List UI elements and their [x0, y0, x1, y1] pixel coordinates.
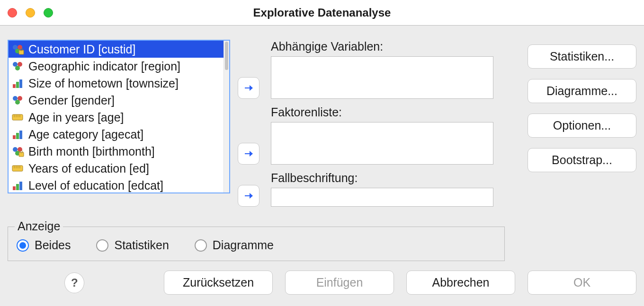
display-radio-plots[interactable]: Diagramme [195, 238, 274, 252]
svg-rect-10 [19, 79, 22, 88]
variable-item[interactable]: Customer ID [custid] [9, 41, 224, 58]
variable-type-icon [11, 95, 25, 106]
dependent-label: Abhängige Variablen: [271, 40, 493, 53]
variable-label: Gender [gender] [28, 94, 115, 107]
svg-rect-34 [19, 182, 22, 190]
factor-list[interactable] [271, 122, 493, 165]
display-radio-stats[interactable]: Statistiken [96, 238, 169, 252]
arrow-right-icon [243, 148, 254, 159]
variable-label: Age category [agecat] [28, 128, 143, 141]
bootstrap-button[interactable]: Bootstrap... [528, 148, 636, 172]
svg-rect-20 [16, 133, 19, 139]
plots-button[interactable]: Diagramme... [528, 79, 636, 103]
svg-rect-8 [13, 84, 16, 88]
caselabel-label: Fallbeschriftung: [271, 171, 493, 185]
svg-rect-21 [19, 131, 22, 139]
display-group-title: Anzeige [15, 219, 63, 233]
svg-point-7 [15, 66, 20, 70]
variable-type-icon [11, 112, 25, 123]
paste-button[interactable]: Einfügen [285, 271, 394, 295]
variable-type-icon [11, 180, 25, 191]
scrollbar[interactable] [224, 41, 229, 192]
dialog-body: Customer ID [custid]Geographic indicator… [0, 26, 644, 306]
variable-label: Geographic indicator [region] [28, 60, 180, 73]
dependent-list[interactable] [271, 56, 493, 99]
variable-item[interactable]: Geographic indicator [region] [9, 58, 224, 75]
variable-item[interactable]: Birth month [birthmonth] [9, 143, 224, 160]
variable-item[interactable]: Age in years [age] [9, 109, 224, 126]
variable-type-icon [11, 146, 25, 157]
options-button[interactable]: Optionen... [528, 114, 636, 138]
radio-icon [17, 239, 29, 252]
display-group: Anzeige Beides Statistiken Diagramme [8, 227, 505, 261]
arrow-right-icon [243, 82, 254, 94]
transfer-column: Abhängige Variablen: Faktorenliste: [238, 40, 493, 218]
radio-icon [96, 239, 108, 252]
svg-rect-9 [16, 82, 19, 88]
variable-type-icon [11, 61, 25, 72]
help-button[interactable]: ? [64, 272, 84, 293]
svg-rect-19 [13, 135, 16, 139]
radio-icon [195, 239, 207, 252]
svg-rect-33 [16, 184, 19, 190]
variable-label: Years of education [ed] [28, 162, 149, 175]
statistics-button[interactable]: Statistiken... [528, 44, 636, 69]
variable-label: Customer ID [custid] [28, 43, 135, 56]
variable-item[interactable]: Level of education [edcat] [9, 177, 224, 192]
variable-source-list[interactable]: Customer ID [custid]Geographic indicator… [8, 40, 230, 193]
reset-button[interactable]: Zurücksetzen [164, 271, 273, 295]
cancel-button[interactable]: Abbrechen [406, 271, 515, 295]
radio-label: Statistiken [114, 238, 169, 252]
svg-rect-32 [13, 186, 16, 190]
svg-point-13 [15, 100, 20, 105]
variable-type-icon [11, 163, 25, 174]
variable-label: Birth month [birthmonth] [28, 145, 155, 158]
scrollbar-thumb[interactable] [225, 42, 228, 70]
display-radio-both[interactable]: Beides [17, 238, 71, 252]
radio-label: Beides [35, 238, 71, 252]
variable-type-icon [11, 44, 25, 55]
caselabel-field[interactable] [271, 188, 493, 207]
variable-item[interactable]: Age category [agecat] [9, 126, 224, 143]
titlebar: Explorative Datenanalyse [0, 0, 644, 26]
radio-label: Diagramme [213, 238, 274, 252]
window-title: Explorative Datenanalyse [0, 6, 644, 19]
variable-type-icon [11, 78, 25, 89]
variable-label: Size of hometown [townsize] [28, 77, 179, 90]
side-buttons: Statistiken... Diagramme... Optionen... … [528, 40, 636, 218]
bottom-buttons: ? Zurücksetzen Einfügen Abbrechen OK [8, 271, 636, 295]
svg-rect-14 [12, 114, 23, 120]
factor-label: Faktorenliste: [271, 105, 493, 119]
move-to-caselabel-button[interactable] [238, 185, 259, 207]
svg-rect-27 [12, 166, 23, 171]
move-to-dependent-button[interactable] [238, 77, 259, 99]
ok-button[interactable]: OK [528, 271, 636, 295]
variable-label: Level of education [edcat] [28, 179, 163, 192]
main-area: Customer ID [custid]Geographic indicator… [8, 40, 636, 218]
variable-type-icon [11, 129, 25, 140]
arrow-right-icon [243, 190, 254, 201]
variable-item[interactable]: Gender [gender] [9, 92, 224, 109]
variable-item[interactable]: Size of hometown [townsize] [9, 75, 224, 92]
variable-item[interactable]: Years of education [ed] [9, 160, 224, 177]
variable-label: Age in years [age] [28, 111, 124, 124]
move-to-factor-button[interactable] [238, 143, 259, 165]
